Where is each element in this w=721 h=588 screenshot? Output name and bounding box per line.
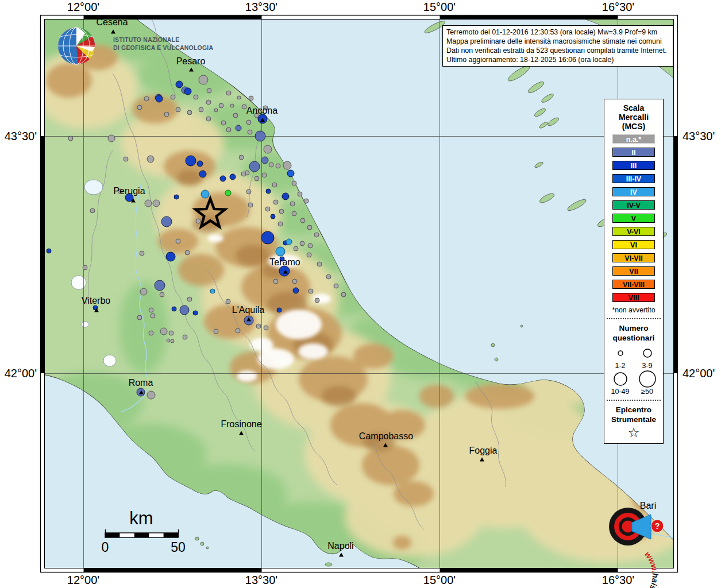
intensity-point [249, 161, 260, 172]
intensity-point [298, 192, 302, 196]
intensity-point [220, 176, 226, 181]
coordinate-label: 13°30' [245, 574, 277, 587]
intensity-point [236, 328, 240, 333]
size-legend-item: ≥50 [634, 370, 661, 396]
city-label: Viterbo [82, 296, 111, 305]
intensity-point [226, 91, 231, 95]
city-label: Pesaro [176, 56, 206, 66]
intensity-scale: n.a.*IIIIIIII-IVIVIV-VVV-VIVIVI-VIIVIIVI… [604, 134, 663, 302]
scalebar-start: 0 [102, 540, 109, 555]
intensity-point [230, 174, 236, 180]
intensity-class-vii-viii: VII-VIII [612, 280, 655, 289]
size-legend-item: 3-9 [634, 344, 661, 370]
intensity-point [137, 315, 142, 320]
intensity-point [294, 246, 298, 251]
intensity-point [286, 239, 292, 245]
intensity-point [186, 156, 196, 166]
intensity-point [219, 103, 223, 108]
intensity-point [193, 311, 198, 315]
city-label: Bari [640, 501, 656, 510]
intensity-point [315, 298, 319, 303]
intensity-point [225, 190, 231, 196]
size-circle-icon [643, 349, 651, 357]
intensity-class-viii: VIII [612, 293, 655, 302]
questionnaire-legend-title: Numero questionari [604, 323, 663, 343]
size-legend-label: 3-9 [642, 362, 652, 370]
intensity-point [273, 279, 278, 284]
intensity-point [277, 308, 282, 312]
coordinate-label: 13°30' [245, 1, 277, 14]
intensity-point [282, 193, 289, 200]
city-label: Teramo [269, 257, 300, 267]
intensity-point [309, 289, 313, 293]
city-label: L'Aquila [232, 305, 265, 315]
intensity-point [237, 96, 241, 99]
intensity-point [233, 113, 238, 118]
city-label: Perugia [113, 186, 145, 196]
city-label: Napoli [327, 541, 353, 551]
intensity-point [261, 231, 274, 244]
legend-separator [607, 400, 661, 401]
intensity-point [108, 135, 115, 142]
intensity-point [261, 157, 268, 164]
intensity-point [187, 110, 192, 115]
intensity-point [47, 249, 51, 253]
intensity-point [307, 225, 312, 230]
intensity-point [287, 170, 294, 177]
intensity-point [214, 329, 218, 334]
coordinate-label: 43°30' [5, 130, 37, 143]
coordinate-label: 16°30' [602, 574, 634, 587]
intensity-class-n.a.*: n.a.* [612, 134, 655, 144]
intensity-point [176, 239, 180, 243]
intensity-point [174, 195, 179, 199]
intensity-point [171, 95, 175, 99]
intensity-point [151, 314, 155, 318]
size-circle-icon [639, 371, 656, 387]
intensity-point [180, 305, 189, 315]
intensity-point [185, 250, 190, 255]
intensity-point [249, 96, 253, 100]
intensity-point [206, 117, 211, 121]
intensity-point [241, 172, 246, 176]
intensity-point [149, 308, 153, 312]
intensity-point [300, 218, 305, 223]
intensity-point [314, 233, 319, 237]
intensity-point [184, 88, 191, 95]
intensity-point [68, 136, 73, 141]
intensity-point [206, 100, 211, 105]
intensity-point [300, 241, 304, 246]
city-label: Ancona [246, 106, 277, 115]
intensity-point [199, 107, 203, 112]
intensity-point [293, 288, 299, 293]
legend-separator [607, 318, 661, 319]
intensity-point [183, 335, 187, 339]
city-label: Foggia [469, 446, 498, 455]
intensity-class-iii: III [612, 161, 655, 170]
size-legend-label: 10-49 [611, 388, 630, 396]
intensity-point [273, 200, 278, 204]
intensity-point [292, 181, 296, 185]
intensity-point [153, 200, 160, 207]
intensity-point [124, 157, 128, 161]
intensity-point [271, 214, 275, 219]
intensity-point [278, 222, 283, 226]
intensity-point [221, 121, 226, 125]
intensity-point [140, 251, 144, 256]
info-line-2: Mappa preliminare delle intensità macros… [446, 37, 669, 46]
info-line-1: Terremoto del 01-12-2016 12:30:53 (ora l… [446, 28, 669, 37]
intensity-point [197, 161, 203, 167]
intensity-point [194, 95, 198, 99]
legend-title: Scala Mercalli (MCS) [604, 103, 663, 131]
intensity-point [317, 262, 322, 266]
intensity-point [140, 288, 147, 295]
intensity-point [156, 95, 163, 102]
map-content: CesenaPesaroAnconaPerugiaTeramoViterboL'… [17, 6, 701, 572]
coordinate-label: 16°30' [602, 1, 634, 14]
coordinate-label: 15°00' [423, 1, 456, 14]
intensity-point [341, 292, 346, 297]
map-screenshot: CesenaPesaroAnconaPerugiaTeramoViterboL'… [0, 0, 721, 588]
intensity-point [210, 289, 215, 293]
intensity-point [160, 328, 167, 335]
intensity-point [169, 331, 173, 335]
size-legend-item: 1-2 [607, 344, 634, 370]
